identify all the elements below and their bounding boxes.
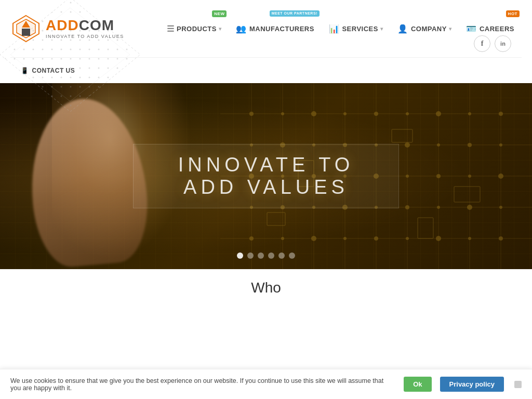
hero-title: INNOVATE TO ADD VALUES bbox=[154, 154, 378, 198]
svg-point-37 bbox=[468, 143, 472, 147]
logo-icon bbox=[10, 13, 42, 44]
header-bottom: 📱 CONTACT US bbox=[10, 57, 522, 83]
svg-rect-6 bbox=[22, 29, 30, 36]
svg-point-55 bbox=[467, 205, 472, 210]
nav-item-company[interactable]: 👤 COMPANY ▾ bbox=[390, 0, 459, 57]
svg-point-28 bbox=[468, 112, 471, 115]
svg-point-46 bbox=[468, 175, 471, 178]
svg-point-58 bbox=[281, 237, 284, 240]
nav-item-manufacturers[interactable]: MEET OUR PARTNERS! 👥 MANUFACTURERS bbox=[229, 0, 321, 57]
slider-dots bbox=[237, 252, 295, 259]
svg-point-38 bbox=[499, 143, 502, 147]
products-arrow: ▾ bbox=[219, 26, 222, 32]
contact-us-link[interactable]: 📱 CONTACT US bbox=[21, 67, 75, 74]
svg-point-59 bbox=[311, 236, 316, 241]
header: ADDCOM INNOVATE TO ADD VALUES NEW ☰ PROD… bbox=[0, 0, 532, 83]
svg-point-60 bbox=[343, 237, 347, 240]
svg-point-63 bbox=[436, 236, 441, 241]
svg-point-57 bbox=[249, 236, 254, 241]
cookie-bar: We use cookies to ensure that we give yo… bbox=[0, 369, 532, 399]
nav-item-products[interactable]: NEW ☰ PRODUCTS ▾ bbox=[159, 0, 229, 57]
svg-point-45 bbox=[436, 174, 441, 178]
slide-dot-3[interactable] bbox=[258, 252, 264, 259]
logo-content[interactable]: ADDCOM INNOVATE TO ADD VALUES bbox=[10, 13, 124, 44]
manufacturers-icon: 👥 bbox=[236, 24, 247, 34]
svg-point-25 bbox=[374, 112, 378, 116]
slide-dot-2[interactable] bbox=[247, 252, 254, 259]
services-arrow: ▾ bbox=[380, 26, 383, 32]
who-section: Who bbox=[0, 269, 532, 307]
services-icon: 📊 bbox=[329, 24, 340, 34]
svg-rect-67 bbox=[392, 129, 413, 142]
svg-point-47 bbox=[498, 174, 503, 179]
who-title: Who bbox=[10, 280, 522, 296]
logo-text: ADDCOM INNOVATE TO ADD VALUES bbox=[46, 18, 124, 39]
manufacturers-badge: MEET OUR PARTNERS! bbox=[270, 10, 320, 17]
facebook-icon: f bbox=[481, 39, 484, 48]
cookie-policy-button[interactable]: Privacy policy bbox=[440, 377, 504, 392]
logo-name: ADDCOM bbox=[46, 18, 124, 33]
svg-point-36 bbox=[437, 143, 440, 147]
careers-badge: HOT bbox=[506, 10, 520, 17]
logo-area: ADDCOM INNOVATE TO ADD VALUES bbox=[10, 13, 151, 44]
cookie-ok-button[interactable]: Ok bbox=[404, 377, 431, 392]
social-bar: f in bbox=[474, 35, 511, 52]
svg-point-64 bbox=[468, 237, 471, 240]
svg-point-24 bbox=[343, 112, 347, 115]
svg-point-65 bbox=[499, 236, 503, 241]
svg-rect-70 bbox=[418, 218, 433, 238]
svg-point-29 bbox=[499, 112, 503, 116]
svg-point-22 bbox=[281, 112, 284, 115]
products-icon: ☰ bbox=[167, 24, 175, 34]
svg-rect-68 bbox=[454, 187, 480, 202]
svg-point-56 bbox=[499, 206, 502, 209]
slide-dot-6[interactable] bbox=[289, 252, 295, 259]
main-nav: NEW ☰ PRODUCTS ▾ MEET OUR PARTNERS! 👥 MA… bbox=[151, 0, 522, 57]
svg-point-23 bbox=[311, 111, 316, 116]
hero-banner: INNOVATE TO ADD VALUES bbox=[0, 83, 532, 269]
company-icon: 👤 bbox=[397, 24, 408, 34]
slide-dot-5[interactable] bbox=[278, 252, 285, 259]
svg-point-61 bbox=[374, 236, 378, 241]
linkedin-button[interactable]: in bbox=[495, 35, 511, 52]
company-arrow: ▾ bbox=[449, 26, 452, 32]
hero-text-box: INNOVATE TO ADD VALUES bbox=[133, 144, 399, 208]
slide-dot-1[interactable] bbox=[237, 252, 243, 259]
svg-point-53 bbox=[405, 205, 409, 209]
svg-point-54 bbox=[437, 206, 440, 209]
svg-point-27 bbox=[436, 111, 441, 116]
linkedin-icon: in bbox=[500, 41, 506, 47]
svg-point-26 bbox=[406, 112, 409, 115]
svg-point-62 bbox=[406, 237, 409, 240]
phone-icon: 📱 bbox=[21, 67, 29, 74]
careers-icon: 🪪 bbox=[466, 24, 477, 34]
cookie-message: We use cookies to ensure that we give yo… bbox=[10, 377, 395, 392]
logo-tagline: INNOVATE TO ADD VALUES bbox=[46, 34, 124, 39]
svg-point-21 bbox=[249, 112, 254, 116]
svg-point-35 bbox=[405, 142, 410, 148]
svg-point-44 bbox=[406, 175, 409, 178]
scroll-indicator bbox=[514, 381, 522, 388]
facebook-button[interactable]: f bbox=[474, 35, 490, 52]
nav-item-services[interactable]: 📊 SERVICES ▾ bbox=[322, 0, 391, 57]
header-top: ADDCOM INNOVATE TO ADD VALUES NEW ☰ PROD… bbox=[10, 0, 522, 57]
products-badge: NEW bbox=[212, 10, 227, 17]
slide-dot-4[interactable] bbox=[268, 252, 274, 259]
